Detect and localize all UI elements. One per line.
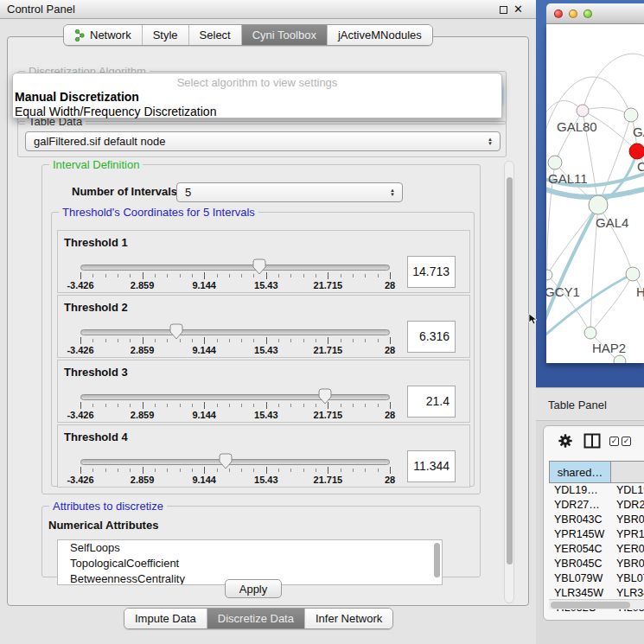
threshold-2-slider-track[interactable] (80, 329, 390, 335)
tab-impute-data[interactable]: Impute Data (124, 609, 207, 628)
number-of-intervals-combo[interactable]: 5 ▲▼ (176, 182, 403, 202)
node-bottom-partial[interactable] (614, 355, 626, 363)
tab-cyni-toolbox-label: Cyni Toolbox (252, 29, 316, 41)
table-row[interactable]: YBR043CYBR043C (549, 513, 644, 528)
table-viewport: shared… name YDL19…YDL19… YDR27…YDR27… Y… (549, 461, 644, 615)
network-canvas[interactable]: GAL80 GA C GAL11 GAL4 GCY1 H HAP2 (546, 24, 644, 363)
tab-style[interactable]: Style (142, 25, 188, 45)
table-panel-title: Table Panel (548, 399, 607, 411)
table-panel-titlebar: Table Panel (536, 387, 644, 421)
minimize-traffic-light[interactable] (569, 10, 577, 18)
node-label: HAP2 (592, 341, 626, 355)
threshold-3-panel: Threshold 3 -3.426 2.859 9.144 15.43 21.… (57, 360, 470, 423)
table-data-combo-value: galFiltered.sif default node (34, 135, 165, 148)
node-ga[interactable] (624, 108, 638, 122)
table-data-group: Table Data galFiltered.sif default node … (17, 121, 507, 157)
threshold-2-panel: Threshold 2 -3.426 2.859 9.144 15.43 21.… (57, 295, 470, 358)
node-h[interactable] (626, 267, 640, 281)
checkbox-icon[interactable]: ✓ (609, 437, 619, 446)
slider-minor-ticks (80, 274, 390, 277)
node-label: GAL4 (596, 215, 628, 230)
tab-discretize-data[interactable]: Discretize Data (207, 609, 304, 628)
threshold-2-slider-handle[interactable] (169, 323, 183, 340)
threshold-4-value-field[interactable]: 11.344 (407, 450, 456, 482)
table-row[interactable]: YDR27…YDR27… (549, 499, 644, 513)
tab-jactivemnodules-label: jActiveMNodules (338, 29, 422, 41)
tab-cyni-toolbox[interactable]: Cyni Toolbox (241, 25, 327, 45)
threshold-3-slider-handle[interactable] (318, 388, 332, 405)
zoom-traffic-light[interactable] (583, 10, 592, 18)
combo-arrows-icon: ▲▼ (488, 137, 493, 146)
threshold-1-slider-handle[interactable] (252, 258, 266, 275)
top-tab-bar: Network Style Select Cyni Toolbox jActiv… (63, 24, 433, 46)
table-horizontal-scrollbar-thumb[interactable] (551, 602, 630, 609)
close-traffic-light[interactable] (554, 10, 563, 18)
float-window-icon[interactable] (500, 6, 507, 14)
close-icon[interactable]: ✕ (513, 3, 523, 16)
combo-arrows-icon: ▲▼ (390, 188, 395, 197)
node-gal80[interactable] (577, 105, 589, 117)
node-label: C (637, 159, 644, 174)
node-hap2[interactable] (584, 327, 596, 339)
table-row[interactable]: YBL079WYBL079W (549, 572, 644, 587)
threshold-1-panel: Threshold 1 -3.426 2.859 9.144 15.43 21.… (57, 230, 470, 293)
checkbox-icon[interactable]: ✓ (622, 437, 631, 446)
list-scrollbar[interactable] (434, 543, 440, 577)
node-label: GCY1 (546, 284, 580, 299)
node-label: H (636, 284, 644, 299)
table-row[interactable]: YER054CYER054C (549, 543, 644, 558)
threshold-4-slider-track[interactable] (80, 459, 390, 465)
tab-infer-network[interactable]: Infer Network (304, 609, 392, 628)
tab-network[interactable]: Network (64, 25, 142, 45)
gear-icon[interactable] (558, 433, 573, 449)
threshold-1-value-field[interactable]: 14.713 (407, 256, 456, 288)
bottom-tab-bar: Impute Data Discretize Data Infer Networ… (124, 608, 393, 629)
interval-definition-group: Interval Definition Number of Intervals … (41, 164, 481, 494)
table-panel: ✓ ✓ shared… name YDL19…YDL19… YDR27…YDR2… (543, 425, 644, 621)
tab-select[interactable]: Select (188, 25, 241, 45)
content-scrollbar-track[interactable] (504, 161, 514, 603)
popup-item-manual-discretization[interactable]: Manual Discretization (15, 90, 139, 104)
attributes-group-label: Attributes to discretize (49, 500, 167, 513)
number-of-intervals-label: Number of Intervals (72, 185, 177, 198)
network-icon (74, 29, 86, 41)
network-node-labels: GAL80 GA C GAL11 GAL4 GCY1 H HAP2 (546, 119, 644, 355)
threshold-4-panel: Threshold 4 -3.426 2.859 9.144 15.43 21.… (57, 424, 470, 488)
column-header-name[interactable]: name (610, 461, 644, 483)
mouse-cursor (528, 313, 539, 325)
node-red-selected[interactable] (629, 143, 644, 159)
table-row[interactable]: YBR045CYBR045C (549, 558, 644, 572)
node-label: GAL80 (557, 119, 597, 134)
table-data-combo[interactable]: galFiltered.sif default node ▲▼ (25, 131, 501, 151)
threshold-2-value-field[interactable]: 6.316 (407, 321, 456, 353)
table-row[interactable]: YDL19…YDL19… (549, 484, 644, 499)
threshold-3-slider-track[interactable] (80, 394, 390, 400)
thresholds-coordinates-group: Threshold's Coordinates for 5 Intervals … (51, 212, 475, 487)
slider-minor-ticks (80, 404, 390, 407)
control-panel-titlebar: Control Panel ✕ (0, 0, 536, 19)
split-columns-icon[interactable] (583, 433, 601, 449)
thresholds-group-label: Threshold's Coordinates for 5 Intervals (59, 206, 258, 219)
threshold-1-slider-track[interactable] (80, 265, 390, 271)
node-gal11[interactable] (548, 156, 562, 169)
attributes-to-discretize-group: Attributes to discretize Numerical Attri… (41, 506, 481, 577)
table-horizontal-scrollbar[interactable] (549, 599, 644, 609)
threshold-3-value-field[interactable]: 21.4 (407, 386, 456, 418)
numerical-attributes-label: Numerical Attributes (48, 519, 158, 532)
algorithm-dropdown-popup: Select algorithm to view settings Manual… (12, 73, 502, 118)
tab-jactivemnodules[interactable]: jActiveMNodules (327, 25, 432, 45)
apply-button[interactable]: Apply (225, 579, 282, 598)
threshold-4-slider-handle[interactable] (219, 453, 233, 469)
node-label: GA (633, 124, 644, 139)
tab-select-label: Select (200, 29, 231, 41)
control-panel: Control Panel ✕ Network Style Select Cyn… (0, 0, 536, 644)
content-scrollbar-thumb[interactable] (507, 177, 513, 564)
node-gcy1[interactable] (546, 270, 552, 280)
list-item-topologicalcoefficient[interactable]: TopologicalCoefficient (58, 556, 442, 571)
list-item-selfloops[interactable]: SelfLoops (58, 540, 442, 556)
table-row[interactable]: YPR145WYPR145W (549, 528, 644, 543)
node-gal4[interactable] (589, 195, 608, 214)
popup-item-equal-width-frequency[interactable]: Equal Width/Frequency Discretization (15, 105, 216, 118)
column-header-shared-name[interactable]: shared… (549, 461, 611, 483)
popup-placeholder-item[interactable]: Select algorithm to view settings (13, 76, 501, 89)
